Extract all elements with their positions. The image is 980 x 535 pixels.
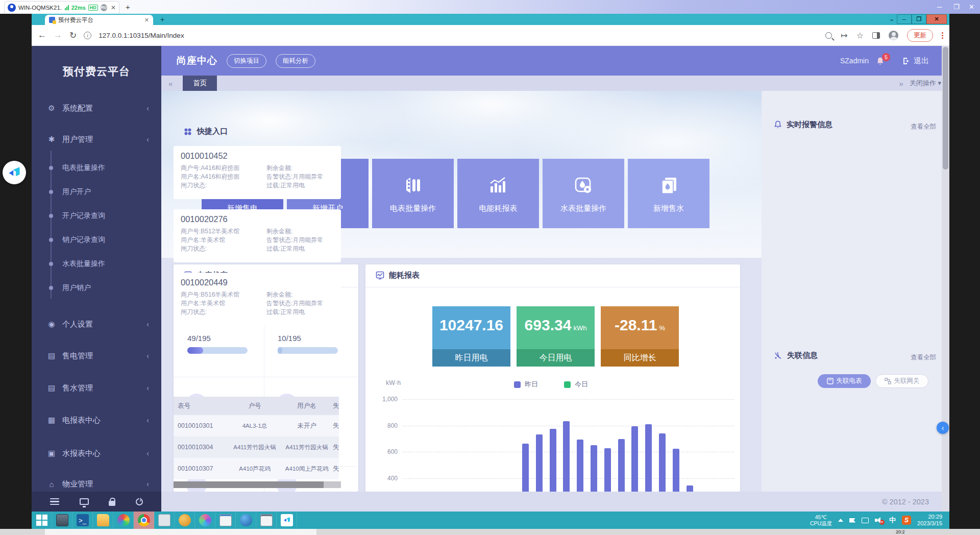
close-operations-dropdown[interactable]: 关闭操作 ▾ [910, 79, 941, 88]
profile-avatar[interactable] [889, 31, 898, 40]
sidebar-item-售水管理[interactable]: ▤售水管理‹ [32, 380, 161, 396]
start-button[interactable] [32, 512, 52, 529]
sidebar-item-用户管理[interactable]: ✱用户管理‹ [32, 132, 161, 147]
powershell-icon[interactable]: >_ [72, 512, 93, 529]
sidebar-item-电报表中心[interactable]: ▦电报表中心‹ [32, 412, 161, 428]
file-explorer-icon[interactable] [93, 512, 113, 529]
list-window-icon[interactable] [256, 512, 277, 529]
sidebar-item-物业管理[interactable]: ⌂物业管理‹ [32, 476, 161, 492]
cpu-temp-widget[interactable]: 45℃CPU温度 [810, 514, 832, 526]
monitor-icon[interactable] [80, 498, 89, 505]
quick-tile-电表批量操作[interactable]: 电表批量操作 [372, 159, 454, 228]
window-maximize-button[interactable]: ❐ [912, 14, 926, 24]
username-label[interactable]: SZadmin [840, 57, 869, 65]
lock-icon[interactable] [109, 501, 115, 506]
new-tab-button[interactable]: + [160, 15, 164, 23]
sidebar-subitem-水表批量操作[interactable]: 水表批量操作 [32, 257, 161, 271]
tab-home[interactable]: 首页 [183, 76, 217, 91]
todesk-icon[interactable] [277, 512, 297, 529]
todesk-floating-ball[interactable] [3, 161, 26, 184]
alert-card-0010020276[interactable]: 0010020276商户号:B512羊美术馆剩余金额:用户名:羊美术馆告警状态:… [174, 209, 341, 262]
quick-tile-新增售水[interactable]: 新增售水 [628, 159, 709, 228]
server-manager-icon[interactable] [52, 512, 72, 529]
forward-icon[interactable]: → [54, 30, 62, 40]
update-button[interactable]: 更新 [907, 29, 933, 42]
tray-expand-icon[interactable] [838, 519, 843, 522]
bookmark-star-icon[interactable]: ☆ [856, 31, 864, 40]
table-row[interactable]: 00100103014AL3-1总未开户失联 [174, 415, 339, 436]
alert-card-0010020449[interactable]: 0010020449商户号:B516羊美术馆剩余金额:用户名:羊美术馆告警状态:… [174, 273, 341, 326]
tab-close-icon[interactable]: ✕ [144, 17, 149, 23]
switch-project-button[interactable]: 切换项目 [227, 54, 266, 68]
scroll-tabs-left-icon[interactable]: « [168, 79, 172, 88]
page-vertical-scrollbar[interactable] [942, 46, 949, 512]
sidebar-item-个人设置[interactable]: ◉个人设置‹ [32, 317, 161, 332]
drawer-toggle-button[interactable]: ‹ [937, 422, 949, 434]
legend-今日[interactable]: 今日 [564, 380, 588, 389]
menu-collapse-icon[interactable] [50, 498, 59, 505]
url-text[interactable]: 127.0.0.1:10315/Main/Index [99, 32, 184, 39]
phoenix-app-icon[interactable] [195, 512, 215, 529]
scroll-tabs-right-icon[interactable]: » [899, 79, 902, 88]
ime-indicator[interactable]: 中 [889, 516, 896, 525]
share-icon[interactable]: ↦ [841, 31, 847, 40]
sidebar-subitem-开户记录查询[interactable]: 开户记录查询 [32, 209, 161, 223]
logout-button[interactable]: 退出 [902, 56, 929, 66]
browser-360-icon[interactable] [113, 512, 134, 529]
gear-app-icon[interactable] [175, 512, 195, 529]
table-horizontal-scrollbar[interactable] [174, 481, 341, 488]
taskbar-clock[interactable]: 20:292023/3/15 [917, 514, 942, 527]
cell-progress [278, 347, 338, 354]
host-session-title: WIN-OQMSK21... [18, 5, 62, 11]
back-icon[interactable]: ← [38, 30, 46, 40]
sidebar-subitem-用户开户[interactable]: 用户开户 [32, 185, 161, 199]
report-window-icon[interactable] [215, 512, 236, 529]
menu-dots-icon[interactable] [942, 32, 943, 39]
sidebar-item-售电管理[interactable]: ▤售电管理‹ [32, 348, 161, 363]
offline-view-all-link[interactable]: 查看全部 [911, 353, 936, 362]
bullet-dot-icon [49, 286, 53, 290]
sidebar: 预付费云平台 ⚙系统配置‹✱用户管理‹◉个人设置‹▤售电管理‹▤售水管理‹▦电报… [32, 46, 161, 512]
action-center-flag-icon[interactable] [849, 518, 855, 523]
side-panel-icon[interactable] [872, 32, 880, 39]
sidebar-item-水报表中心[interactable]: ▣水报表中心‹ [32, 446, 161, 461]
network-icon[interactable] [862, 518, 869, 523]
quick-tile-电能耗报表[interactable]: 电能耗报表 [457, 159, 539, 228]
chrome-icon-active[interactable] [134, 512, 154, 529]
window-close-button[interactable]: ✕ [926, 14, 947, 24]
energy-analysis-button[interactable]: 能耗分析 [276, 54, 315, 68]
sidebar-item-系统配置[interactable]: ⚙系统配置‹ [32, 101, 161, 116]
new-session-button[interactable]: + [126, 3, 130, 11]
notification-bell[interactable]: 5 [876, 55, 887, 66]
close-session-icon[interactable]: ✕ [111, 4, 116, 11]
sidebar-subitem-用户销户[interactable]: 用户销户 [32, 281, 161, 295]
alerts-view-all-link[interactable]: 查看全部 [911, 123, 936, 131]
zoom-icon[interactable] [825, 32, 832, 39]
host-session-tab[interactable]: WIN-OQMSK21... 22ms HD RU ✕ [4, 1, 119, 13]
offline-meter-button[interactable]: 失联电表 [818, 374, 871, 388]
host-minimize-button[interactable]: ─ [937, 3, 942, 11]
volume-muted-icon[interactable]: ✕ [875, 517, 883, 523]
window-minimize-button[interactable]: ─ [897, 14, 912, 24]
page-footer: © 2012 - 2023 [161, 492, 949, 512]
legend-昨日[interactable]: 昨日 [514, 380, 538, 389]
site-info-icon[interactable]: i [84, 32, 91, 39]
globe-tools-icon[interactable] [236, 512, 256, 529]
alert-card-0010010452[interactable]: 0010010452商户号:A416和府捞面剩余金额:用户名:A416和府捞面告… [174, 146, 341, 199]
offline-gateway-button[interactable]: 失联网关 [875, 374, 928, 388]
host-close-button[interactable]: ✕ [969, 3, 974, 11]
quick-tile-水表批量操作[interactable]: 水表批量操作 [543, 159, 624, 228]
power-icon[interactable] [136, 498, 143, 505]
table-row[interactable]: 0010010307A410芦花鸡A410闻上芦花鸡失联 [174, 458, 339, 479]
host-maximize-button[interactable]: ❐ [953, 3, 960, 11]
sidebar-subitem-电表批量操作[interactable]: 电表批量操作 [32, 161, 161, 175]
sidebar-subitem-销户记录查询[interactable]: 销户记录查询 [32, 233, 161, 247]
sogou-icon[interactable]: S [902, 516, 911, 525]
chevron-down-icon[interactable]: ⌄ [889, 15, 894, 22]
app-header: 尚座中心 切换项目 能耗分析 SZadmin 5 退出 [161, 46, 949, 76]
reload-icon[interactable]: ↻ [69, 30, 77, 41]
chevron-left-icon: ‹ [146, 135, 149, 143]
browser-tab[interactable]: 预付费云平台 ✕ [45, 15, 153, 25]
monitor-app-icon[interactable] [154, 512, 175, 529]
table-row[interactable]: 0010010304A411芳竹园火锅A411芳竹园火锅失联 [174, 436, 339, 458]
